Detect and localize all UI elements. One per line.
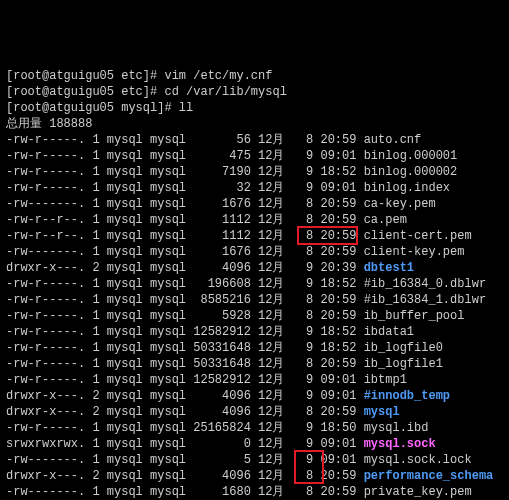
listing-row: -rw-r-----. 1 mysql mysql 8585216 12月 8 … [6,292,503,308]
listing-row: -rw-r-----. 1 mysql mysql 25165824 12月 9… [6,420,503,436]
file-name: auto.cnf [364,133,422,147]
file-name: binlog.000002 [364,165,458,179]
file-name: dbtest1 [364,261,414,275]
listing-row: -rw-------. 1 mysql mysql 5 12月 9 09:01 … [6,452,503,468]
listing-row: -rw-r-----. 1 mysql mysql 12582912 12月 9… [6,324,503,340]
prompt-line: [root@atguigu05 mysql]# ll [6,100,503,116]
prompt-line: [root@atguigu05 etc]# vim /etc/my.cnf [6,68,503,84]
file-name: client-cert.pem [364,229,472,243]
file-name: ib_logfile0 [364,341,443,355]
file-name: ib_buffer_pool [364,309,465,323]
listing-row: -rw-------. 1 mysql mysql 1676 12月 8 20:… [6,196,503,212]
file-name: binlog.index [364,181,450,195]
file-name: ca.pem [364,213,407,227]
listing-row: -rw-r--r--. 1 mysql mysql 1112 12月 8 20:… [6,228,503,244]
listing-row: srwxrwxrwx. 1 mysql mysql 0 12月 9 09:01 … [6,436,503,452]
listing-row: -rw-r-----. 1 mysql mysql 32 12月 9 09:01… [6,180,503,196]
file-name: client-key.pem [364,245,465,259]
listing-row: drwxr-x---. 2 mysql mysql 4096 12月 8 20:… [6,404,503,420]
listing-row: -rw-r-----. 1 mysql mysql 56 12月 8 20:59… [6,132,503,148]
listing-row: -rw-r-----. 1 mysql mysql 475 12月 9 09:0… [6,148,503,164]
listing-row: drwxr-x---. 2 mysql mysql 4096 12月 8 20:… [6,468,503,484]
listing-row: -rw-r--r--. 1 mysql mysql 1112 12月 8 20:… [6,212,503,228]
file-name: mysql.ibd [364,421,429,435]
file-name: ib_logfile1 [364,357,443,371]
file-name: ibdata1 [364,325,414,339]
listing-row: -rw-r-----. 1 mysql mysql 12582912 12月 9… [6,372,503,388]
listing-row: drwxr-x---. 2 mysql mysql 4096 12月 9 20:… [6,260,503,276]
terminal-output[interactable]: [root@atguigu05 etc]# vim /etc/my.cnf[ro… [6,68,503,500]
file-name: ca-key.pem [364,197,436,211]
total-line: 总用量 188888 [6,116,503,132]
file-name: performance_schema [364,469,494,483]
file-name: binlog.000001 [364,149,458,163]
file-name: mysql [364,405,400,419]
listing-row: drwxr-x---. 2 mysql mysql 4096 12月 9 09:… [6,388,503,404]
file-name: mysql.sock.lock [364,453,472,467]
file-name: mysql.sock [364,437,436,451]
listing-row: -rw-r-----. 1 mysql mysql 196608 12月 9 1… [6,276,503,292]
listing-row: -rw-r-----. 1 mysql mysql 7190 12月 9 18:… [6,164,503,180]
listing-row: -rw-r-----. 1 mysql mysql 50331648 12月 9… [6,340,503,356]
listing-row: -rw-r-----. 1 mysql mysql 50331648 12月 8… [6,356,503,372]
prompt-line: [root@atguigu05 etc]# cd /var/lib/mysql [6,84,503,100]
listing-row: -rw-------. 1 mysql mysql 1680 12月 8 20:… [6,484,503,500]
file-name: #innodb_temp [364,389,450,403]
file-name: #ib_16384_1.dblwr [364,293,486,307]
listing-row: -rw-r-----. 1 mysql mysql 5928 12月 8 20:… [6,308,503,324]
file-name: ibtmp1 [364,373,407,387]
file-name: #ib_16384_0.dblwr [364,277,486,291]
file-name: private_key.pem [364,485,472,499]
listing-row: -rw-------. 1 mysql mysql 1676 12月 8 20:… [6,244,503,260]
